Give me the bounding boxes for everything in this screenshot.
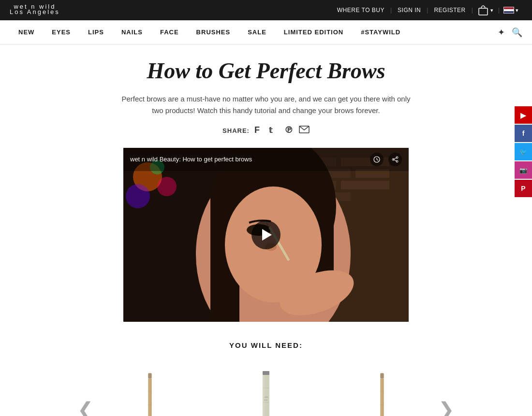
wishlist-icon[interactable]: ✦ — [498, 27, 505, 38]
video-title: wet n wild Beauty: How to get perfect br… — [130, 156, 252, 163]
svg-point-17 — [126, 184, 150, 208]
cart-dropdown-icon: ▾ — [490, 7, 493, 14]
svg-text:color: color — [264, 396, 268, 398]
product-item[interactable]: COLOR ICON BROW PENCIL — [92, 364, 208, 416]
video-share-icon[interactable] — [388, 153, 402, 166]
cart-button[interactable]: ▾ — [473, 4, 498, 16]
carousel-prev-button[interactable]: ❮ — [77, 398, 94, 416]
nav-item-sale[interactable]: SALE — [239, 20, 275, 44]
brand-logo[interactable]: wet n wild Los Angeles — [10, 5, 60, 15]
register-link[interactable]: REGISTER — [428, 7, 471, 14]
nav-item-eyes[interactable]: EYES — [43, 20, 79, 44]
video-time-icon[interactable] — [370, 153, 384, 166]
instagram-link[interactable]: 📷 — [515, 161, 532, 179]
play-button[interactable] — [251, 220, 281, 249]
youtube-icon: ▶ — [520, 111, 526, 120]
products-carousel: ❮ — [68, 364, 464, 416]
pinterest-icon: P — [521, 185, 525, 192]
svg-text:℗: ℗ — [284, 125, 293, 134]
products-section: YOU WILL NEED: ❮ — [68, 336, 464, 416]
svg-text:f: f — [254, 125, 260, 134]
social-sidebar: ▶ f 🐦 📷 P — [515, 106, 532, 198]
flag-icon — [503, 7, 514, 14]
product-shaper-icon: color icon — [259, 369, 273, 416]
product-image-3 — [376, 364, 388, 416]
main-nav: NEW EYES LIPS NAILS FACE BRUSHES SALE LI… — [0, 20, 532, 44]
svg-rect-51 — [380, 373, 384, 378]
svg-rect-43 — [263, 371, 269, 375]
facebook-icon: f — [522, 129, 525, 137]
facebook-link[interactable]: f — [515, 125, 532, 142]
product-item[interactable]: COLOR ICON BROW PENCIL — [324, 364, 440, 416]
share-facebook-icon[interactable]: f — [254, 125, 263, 136]
nav-item-staywild[interactable]: #STAYWILD — [352, 20, 409, 44]
you-will-need-title: YOU WILL NEED: — [68, 341, 464, 349]
pinterest-link[interactable]: P — [515, 180, 532, 197]
product-pencil-icon-1 — [144, 369, 156, 416]
top-nav-right: WHERE TO BUY | SIGN IN | REGISTER | ▾ | … — [331, 4, 522, 16]
search-icon[interactable]: 🔍 — [512, 27, 522, 38]
svg-text:icon: icon — [264, 399, 267, 401]
share-icons: f 𝕥 ℗ — [254, 125, 310, 136]
svg-rect-39 — [148, 378, 149, 416]
cart-icon — [478, 4, 488, 16]
nav-item-lips[interactable]: LIPS — [79, 20, 113, 44]
share-label: SHARE: — [222, 127, 250, 134]
nav-item-nails[interactable]: NAILS — [113, 20, 151, 44]
product-items: COLOR ICON BROW PENCIL — [92, 364, 440, 416]
share-twitter-icon[interactable]: 𝕥 — [269, 125, 279, 136]
main-content: How to Get Perfect Brows Perfect brows a… — [58, 44, 474, 416]
main-nav-links: NEW EYES LIPS NAILS FACE BRUSHES SALE LI… — [10, 20, 409, 44]
svg-point-16 — [157, 177, 177, 196]
svg-rect-0 — [479, 8, 488, 15]
sign-in-link[interactable]: SIGN IN — [392, 7, 427, 14]
product-pencil-icon-3 — [376, 369, 388, 416]
share-email-icon[interactable] — [299, 126, 310, 136]
video-container[interactable]: wet n wild Beauty: How to get perfect br… — [123, 148, 409, 322]
video-thumbnail: wet n wild Beauty: How to get perfect br… — [123, 148, 409, 322]
twitter-link[interactable]: 🐦 — [515, 143, 532, 160]
product-image-1 — [144, 364, 156, 416]
product-item[interactable]: color icon COLOR ICON BROW SHAPER — [208, 364, 324, 416]
svg-line-31 — [377, 159, 378, 160]
svg-rect-13 — [341, 181, 389, 189]
video-header: wet n wild Beauty: How to get perfect br… — [123, 148, 409, 171]
brand-tagline: Los Angeles — [10, 8, 60, 15]
play-icon — [262, 229, 272, 241]
twitter-icon: 🐦 — [519, 148, 527, 156]
product-image-2: color icon — [259, 364, 273, 416]
svg-text:𝕥: 𝕥 — [269, 126, 273, 134]
share-pinterest-icon[interactable]: ℗ — [284, 125, 293, 136]
main-nav-right: ✦ 🔍 — [498, 27, 522, 38]
svg-rect-37 — [148, 373, 151, 378]
nav-item-brushes[interactable]: BRUSHES — [188, 20, 239, 44]
share-bar: SHARE: f 𝕥 ℗ — [68, 125, 464, 136]
where-to-buy-link[interactable]: WHERE TO BUY — [331, 7, 390, 14]
nav-item-new[interactable]: NEW — [10, 20, 43, 44]
top-bar: wet n wild Los Angeles WHERE TO BUY | SI… — [0, 0, 532, 20]
video-icons — [370, 153, 402, 166]
nav-item-limited-edition[interactable]: LIMITED EDITION — [275, 20, 352, 44]
nav-item-face[interactable]: FACE — [151, 20, 188, 44]
youtube-link[interactable]: ▶ — [515, 106, 532, 124]
page-description: Perfect brows are a must-have no matter … — [121, 93, 411, 116]
language-selector[interactable]: ▾ — [500, 7, 522, 14]
svg-rect-53 — [381, 378, 382, 416]
page-title: How to Get Perfect Brows — [68, 59, 464, 84]
carousel-next-button[interactable]: ❯ — [438, 398, 455, 416]
instagram-icon: 📷 — [519, 167, 527, 174]
